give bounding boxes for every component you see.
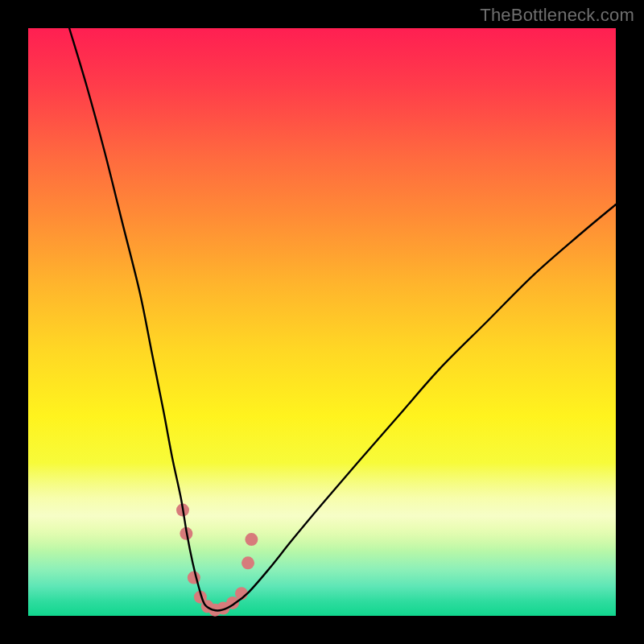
- plot-area: [28, 28, 616, 616]
- curve-layer: [28, 28, 616, 616]
- outer-frame: TheBottleneck.com: [0, 0, 644, 644]
- data-marker: [242, 556, 254, 569]
- data-marker: [245, 533, 258, 546]
- bottleneck-curve: [69, 28, 616, 611]
- data-marker: [188, 572, 200, 584]
- watermark-text: TheBottleneck.com: [480, 5, 634, 26]
- markers-group: [176, 504, 258, 617]
